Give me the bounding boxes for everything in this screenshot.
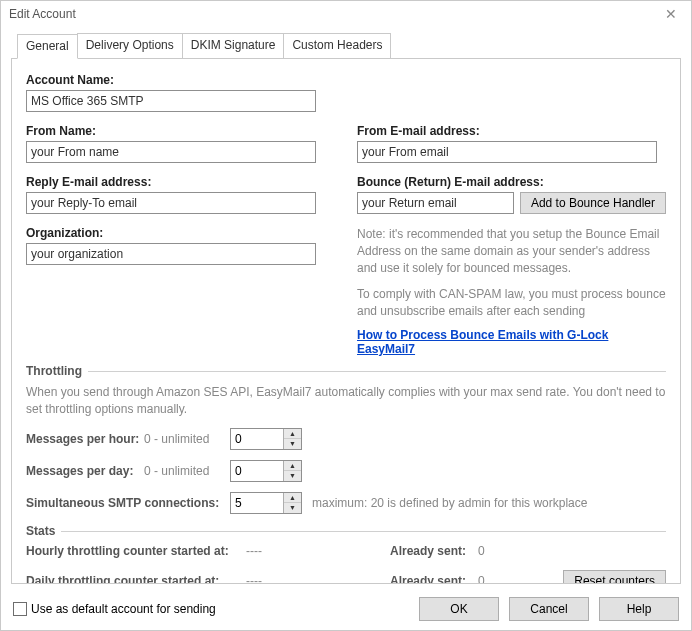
tab-custom-headers[interactable]: Custom Headers xyxy=(283,33,391,58)
smtp-conn-max-note: maximum: 20 is defined by admin for this… xyxy=(312,496,587,510)
per-hour-spinner[interactable]: ▲▼ xyxy=(230,428,302,450)
spin-down-icon[interactable]: ▼ xyxy=(284,471,301,481)
add-to-bounce-handler-button[interactable]: Add to Bounce Handler xyxy=(520,192,666,214)
stats-section-title: Stats xyxy=(26,524,666,538)
daily-sent-value: 0 xyxy=(466,574,506,584)
account-name-input[interactable] xyxy=(26,90,316,112)
tab-dkim-signature[interactable]: DKIM Signature xyxy=(182,33,285,58)
default-account-label: Use as default account for sending xyxy=(31,602,216,616)
from-name-label: From Name: xyxy=(26,124,335,138)
spin-up-icon[interactable]: ▲ xyxy=(284,461,301,472)
edit-account-dialog: Edit Account ✕ General Delivery Options … xyxy=(0,0,692,631)
per-day-hint: 0 - unlimited xyxy=(144,464,230,478)
per-hour-hint: 0 - unlimited xyxy=(144,432,230,446)
hourly-sent-label: Already sent: xyxy=(366,544,466,558)
daily-counter-value: ---- xyxy=(246,574,316,584)
reply-email-input[interactable] xyxy=(26,192,316,214)
per-hour-input[interactable] xyxy=(231,429,283,449)
window-title: Edit Account xyxy=(9,7,659,21)
from-name-input[interactable] xyxy=(26,141,316,163)
from-email-label: From E-mail address: xyxy=(357,124,666,138)
cancel-button[interactable]: Cancel xyxy=(509,597,589,621)
hourly-sent-value: 0 xyxy=(466,544,506,558)
ok-button[interactable]: OK xyxy=(419,597,499,621)
spin-up-icon[interactable]: ▲ xyxy=(284,493,301,504)
per-day-input[interactable] xyxy=(231,461,283,481)
organization-label: Organization: xyxy=(26,226,335,240)
bounce-note: Note: it's recommended that you setup th… xyxy=(357,226,666,276)
canspam-note: To comply with CAN-SPAM law, you must pr… xyxy=(357,286,666,320)
spin-down-icon[interactable]: ▼ xyxy=(284,439,301,449)
per-hour-label: Messages per hour: xyxy=(26,432,144,446)
close-icon[interactable]: ✕ xyxy=(659,6,683,22)
throttling-intro: When you send through Amazon SES API, Ea… xyxy=(26,384,666,418)
tab-panel-general: Account Name: From Name: Reply E-mail ad… xyxy=(11,58,681,584)
smtp-conn-input[interactable] xyxy=(231,493,283,513)
tab-general[interactable]: General xyxy=(17,34,78,59)
reply-email-label: Reply E-mail address: xyxy=(26,175,335,189)
per-day-label: Messages per day: xyxy=(26,464,144,478)
smtp-conn-label: Simultaneous SMTP connections: xyxy=(26,496,230,510)
bounce-email-label: Bounce (Return) E-mail address: xyxy=(357,175,666,189)
bounce-howto-link[interactable]: How to Process Bounce Emails with G-Lock… xyxy=(357,328,666,356)
spin-down-icon[interactable]: ▼ xyxy=(284,503,301,513)
smtp-conn-spinner[interactable]: ▲▼ xyxy=(230,492,302,514)
from-email-input[interactable] xyxy=(357,141,657,163)
tabstrip: General Delivery Options DKIM Signature … xyxy=(17,33,681,58)
reset-counters-button[interactable]: Reset counters xyxy=(563,570,666,584)
organization-input[interactable] xyxy=(26,243,316,265)
tab-delivery-options[interactable]: Delivery Options xyxy=(77,33,183,58)
default-account-checkbox[interactable] xyxy=(13,602,27,616)
help-button[interactable]: Help xyxy=(599,597,679,621)
dialog-footer: Use as default account for sending OK Ca… xyxy=(1,588,691,630)
titlebar: Edit Account ✕ xyxy=(1,1,691,27)
spin-up-icon[interactable]: ▲ xyxy=(284,429,301,440)
throttling-section-title: Throttling xyxy=(26,364,666,378)
per-day-spinner[interactable]: ▲▼ xyxy=(230,460,302,482)
bounce-email-input[interactable] xyxy=(357,192,514,214)
account-name-label: Account Name: xyxy=(26,73,316,87)
daily-counter-label: Daily throttling counter started at: xyxy=(26,574,246,584)
hourly-counter-label: Hourly throttling counter started at: xyxy=(26,544,246,558)
hourly-counter-value: ---- xyxy=(246,544,316,558)
daily-sent-label: Already sent: xyxy=(366,574,466,584)
